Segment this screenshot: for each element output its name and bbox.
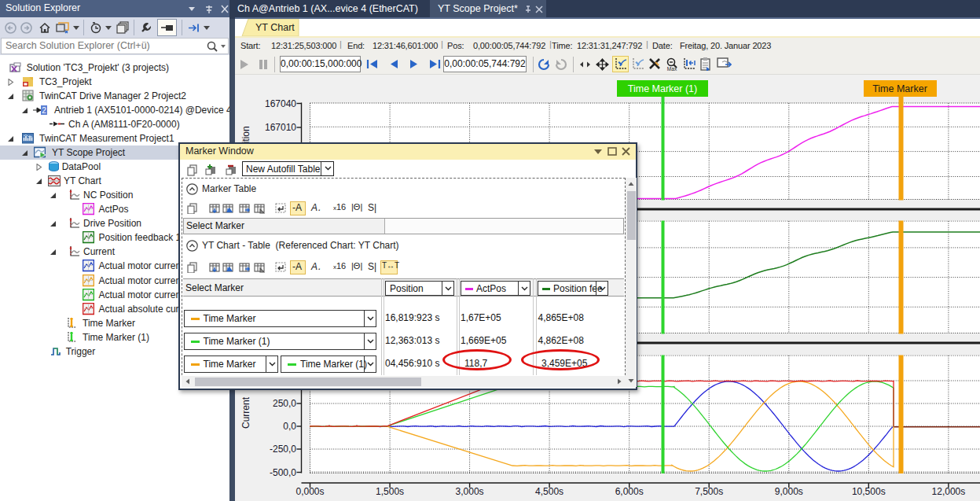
svg-text:10,500s: 10,500s: [852, 486, 886, 497]
svg-text:0,0: 0,0: [283, 421, 296, 432]
svg-text:-500,0: -500,0: [270, 467, 296, 478]
svg-text:Time Marker: Time Marker: [872, 83, 927, 94]
svg-text:3,000s: 3,000s: [456, 486, 484, 497]
svg-text:Current: Current: [240, 396, 251, 429]
svg-text:12,000s: 12,000s: [932, 486, 966, 497]
svg-text:-250,0: -250,0: [270, 444, 296, 455]
svg-text:7,500s: 7,500s: [695, 486, 723, 497]
svg-text:4,500s: 4,500s: [535, 486, 563, 497]
svg-text:1,500s: 1,500s: [376, 486, 404, 497]
svg-text:167040: 167040: [265, 98, 296, 109]
svg-text:2: 2: [42, 105, 46, 114]
svg-text:9,000s: 9,000s: [775, 486, 803, 497]
svg-text:0,000s: 0,000s: [295, 486, 324, 497]
svg-text:6,000s: 6,000s: [615, 486, 644, 497]
svg-text:250,0: 250,0: [273, 398, 296, 409]
svg-text:Time Marker (1): Time Marker (1): [628, 83, 697, 94]
svg-text:167010: 167010: [265, 122, 296, 133]
svg-text:Max: Max: [667, 66, 677, 72]
